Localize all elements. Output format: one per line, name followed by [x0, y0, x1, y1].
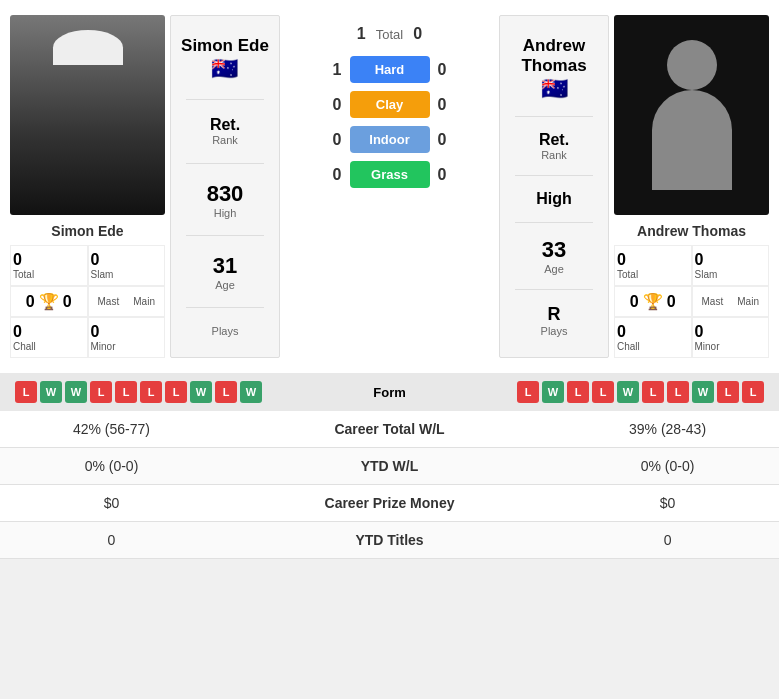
- right-rank-value: Ret.: [539, 131, 569, 149]
- right-player-name: Andrew Thomas: [637, 223, 746, 239]
- left-stat-slam: 0 Slam: [88, 245, 166, 286]
- middle-section: 1 Total 0 1 Hard 0 0 Clay 0 0 Indoor 0: [285, 15, 494, 358]
- trophy-icon-right: 🏆: [643, 292, 663, 311]
- main-container: Simon Ede 0 Total 0 Slam 0 🏆 0 Mast: [0, 0, 779, 559]
- form-badge-right: W: [692, 381, 714, 403]
- form-badge-left: L: [115, 381, 137, 403]
- indoor-right: 0: [438, 131, 447, 149]
- divider-4: [186, 307, 264, 308]
- form-right: LWLLWLLWLL: [517, 381, 764, 403]
- left-stat-total: 0 Total: [10, 245, 88, 286]
- left-stat-chall: 0 Chall: [10, 317, 88, 358]
- right-high-value: High: [536, 190, 572, 208]
- right-stat-mast: 0 🏆 0: [614, 286, 692, 317]
- right-high: High: [536, 185, 572, 213]
- clay-right: 0: [438, 96, 447, 114]
- divider-2: [186, 163, 264, 164]
- left-rank-value: Ret.: [210, 116, 240, 134]
- left-stats-grid: 0 Total 0 Slam 0 🏆 0 Mast Main 0: [10, 245, 165, 358]
- left-high-label: High: [207, 207, 244, 219]
- indoor-left: 0: [333, 131, 342, 149]
- silhouette-head: [667, 40, 717, 90]
- left-age-value: 31: [213, 253, 237, 279]
- divider-1: [186, 99, 264, 100]
- form-badge-right: L: [667, 381, 689, 403]
- left-name-flag: Simon Ede 🇦🇺: [181, 31, 269, 87]
- left-plays-label: Plays: [212, 325, 239, 337]
- top-section: Simon Ede 0 Total 0 Slam 0 🏆 0 Mast: [0, 0, 779, 373]
- right-name-flag: Andrew Thomas 🇦🇺: [505, 31, 603, 107]
- right-plays-value: R: [541, 304, 568, 325]
- stat-left-value: 0% (0-0): [0, 448, 223, 485]
- stats-row: 42% (56-77)Career Total W/L39% (28-43): [0, 411, 779, 448]
- left-info-card: Simon Ede 🇦🇺 Ret. Rank 830 High 31 Age P…: [170, 15, 280, 358]
- right-divider-3: [515, 222, 593, 223]
- left-player-name: Simon Ede: [51, 223, 123, 239]
- form-badge-left: W: [190, 381, 212, 403]
- stat-left-value: 42% (56-77): [0, 411, 223, 448]
- clay-button[interactable]: Clay: [350, 91, 430, 118]
- stat-left-value: 0: [0, 522, 223, 559]
- form-badge-left: L: [90, 381, 112, 403]
- form-badge-left: W: [65, 381, 87, 403]
- left-rank: Ret. Rank: [210, 111, 240, 151]
- divider-3: [186, 235, 264, 236]
- bottom-stats-table: 42% (56-77)Career Total W/L39% (28-43)0%…: [0, 411, 779, 559]
- total-label: Total: [376, 27, 403, 42]
- right-age-label: Age: [542, 263, 566, 275]
- stat-center-label: Career Total W/L: [223, 411, 556, 448]
- form-section: LWWLLLLWLW Form LWLLWLLWLL: [0, 373, 779, 411]
- form-badge-left: W: [240, 381, 262, 403]
- right-stats-grid: 0 Total 0 Slam 0 🏆 0 Mast Main 0: [614, 245, 769, 358]
- left-stat-labels: Mast Main: [88, 286, 166, 317]
- left-stat-minor: 0 Minor: [88, 317, 166, 358]
- left-name-card: Simon Ede: [181, 36, 269, 56]
- form-badge-right: L: [742, 381, 764, 403]
- hard-row: 1 Hard 0: [285, 56, 494, 83]
- left-plays: Plays: [212, 320, 239, 342]
- form-badge-left: W: [40, 381, 62, 403]
- stat-center-label: Career Prize Money: [223, 485, 556, 522]
- form-badge-right: W: [542, 381, 564, 403]
- right-player-photo: [614, 15, 769, 215]
- left-high-value: 830: [207, 181, 244, 207]
- form-badge-right: L: [592, 381, 614, 403]
- left-player-photo: [10, 15, 165, 215]
- stat-right-value: 0: [556, 522, 779, 559]
- left-age: 31 Age: [213, 248, 237, 296]
- right-stat-labels: Mast Main: [692, 286, 770, 317]
- right-divider-2: [515, 175, 593, 176]
- total-right: 0: [413, 25, 422, 43]
- right-name-card: Andrew Thomas: [505, 36, 603, 76]
- indoor-button[interactable]: Indoor: [350, 126, 430, 153]
- right-divider-4: [515, 289, 593, 290]
- left-rank-label: Rank: [210, 134, 240, 146]
- hard-left: 1: [333, 61, 342, 79]
- stat-right-value: $0: [556, 485, 779, 522]
- grass-left: 0: [333, 166, 342, 184]
- right-age: 33 Age: [542, 232, 566, 280]
- right-silhouette: [652, 40, 732, 190]
- hard-right: 0: [438, 61, 447, 79]
- right-age-value: 33: [542, 237, 566, 263]
- form-badge-left: L: [215, 381, 237, 403]
- left-stat-mast: 0 🏆 0: [10, 286, 88, 317]
- hard-button[interactable]: Hard: [350, 56, 430, 83]
- form-left: LWWLLLLWLW: [15, 381, 262, 403]
- grass-right: 0: [438, 166, 447, 184]
- form-badge-right: L: [567, 381, 589, 403]
- total-left: 1: [357, 25, 366, 43]
- form-badge-right: L: [717, 381, 739, 403]
- stat-right-value: 39% (28-43): [556, 411, 779, 448]
- grass-row: 0 Grass 0: [285, 161, 494, 188]
- form-label: Form: [350, 385, 430, 400]
- stat-center-label: YTD W/L: [223, 448, 556, 485]
- right-player-column: Andrew Thomas 0 Total 0 Slam 0 🏆 0 Mast: [614, 15, 769, 358]
- stat-center-label: YTD Titles: [223, 522, 556, 559]
- right-plays-label: Plays: [541, 325, 568, 337]
- stats-row: 0YTD Titles0: [0, 522, 779, 559]
- right-stat-total: 0 Total: [614, 245, 692, 286]
- grass-button[interactable]: Grass: [350, 161, 430, 188]
- right-info-card: Andrew Thomas 🇦🇺 Ret. Rank High 33 Age R: [499, 15, 609, 358]
- form-badge-left: L: [15, 381, 37, 403]
